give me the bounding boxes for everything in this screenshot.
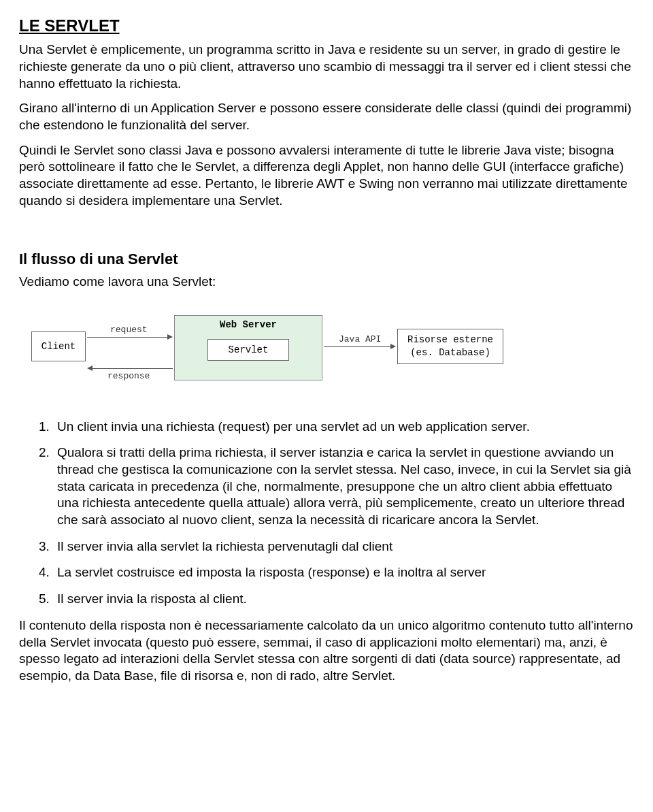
section-intro: Vediamo come lavora una Servlet: <box>19 274 634 291</box>
diagram-external-line1: Risorse esterne <box>407 334 493 346</box>
closing-paragraph: Il contenuto della risposta non è necess… <box>19 617 634 685</box>
diagram-external-box: Risorse esterne (es. Database) <box>397 329 503 364</box>
arrow-response-head <box>87 366 93 371</box>
arrow-javaapi-head <box>390 344 396 349</box>
list-item: Il server invia la risposta al client. <box>53 591 634 608</box>
servlet-flow-diagram: Client Web Server Servlet Risorse estern… <box>26 303 634 391</box>
list-item: Il server invia alla servlet la richiest… <box>53 538 634 555</box>
diagram-client-box: Client <box>31 331 86 361</box>
page-title: LE SERVLET <box>19 15 634 36</box>
arrow-response-line <box>93 368 173 369</box>
arrow-request-line <box>87 337 169 338</box>
list-item: Un client invia una richiesta (request) … <box>53 419 634 436</box>
section-heading-flow: Il flusso di una Servlet <box>19 250 634 270</box>
list-item: La servlet costruisce ed imposta la risp… <box>53 564 634 581</box>
list-item: Qualora si tratti della prima richiesta,… <box>53 444 634 528</box>
paragraph-2: Girano all'interno di un Application Ser… <box>19 100 634 133</box>
arrow-javaapi-line <box>324 346 392 347</box>
diagram-webserver-box: Web Server Servlet <box>174 315 322 380</box>
flow-steps-list: Un client invia una richiesta (request) … <box>19 419 634 608</box>
arrow-response-label: response <box>107 371 150 383</box>
arrow-javaapi-label: Java API <box>339 334 381 346</box>
diagram-external-line2: (es. Database) <box>410 346 490 359</box>
diagram-webserver-label: Web Server <box>178 319 319 331</box>
paragraph-1: Una Servlet è emplicemente, un programma… <box>19 42 634 92</box>
arrow-request-head <box>167 334 173 340</box>
diagram-servlet-box: Servlet <box>207 339 289 361</box>
arrow-request-label: request <box>110 325 148 336</box>
paragraph-3: Quindi le Servlet sono classi Java e pos… <box>19 142 634 210</box>
